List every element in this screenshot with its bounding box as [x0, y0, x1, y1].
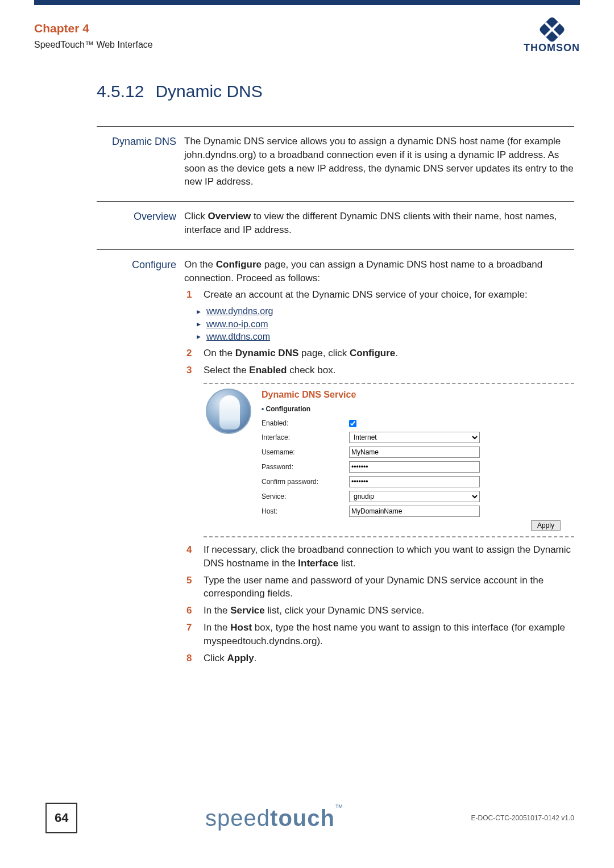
text: On the	[204, 348, 235, 358]
section-heading: 4.5.12 Dynamic DNS	[97, 80, 574, 103]
link-dyndns[interactable]: ▸www.dyndns.org	[197, 305, 574, 318]
logo-light: speed	[205, 806, 270, 831]
field-label: Service:	[262, 492, 347, 502]
text: page, click	[298, 348, 350, 358]
field-label: Enabled:	[262, 419, 347, 428]
field-label: Host:	[262, 507, 347, 516]
step-number: 6	[186, 604, 196, 617]
row-label: Configure	[97, 258, 176, 669]
ddns-form: Dynamic DNS Service Configuration Enable…	[262, 389, 572, 531]
step-number: 8	[186, 652, 196, 665]
step-text: Type the user name and password of your …	[204, 574, 574, 601]
text: .	[254, 653, 257, 663]
row-password: Password:	[262, 461, 572, 473]
row-confirm-password: Confirm password:	[262, 476, 572, 487]
step-number: 7	[186, 621, 196, 648]
link-noip[interactable]: ▸www.no-ip.com	[197, 318, 574, 331]
confirm-password-input[interactable]	[349, 476, 480, 487]
text: If necessary, click the broadband connec…	[204, 544, 571, 569]
chapter-subtitle: SpeedTouch™ Web Interface	[34, 39, 153, 51]
step-text: Create an account at the Dynamic DNS ser…	[204, 288, 574, 302]
section-title: Dynamic DNS	[155, 80, 262, 103]
field-label: Username:	[262, 448, 347, 457]
text: In the	[204, 605, 230, 616]
row-body: On the Configure page, you can assign a …	[184, 258, 574, 669]
row-body: The Dynamic DNS service allows you to as…	[184, 135, 574, 189]
trademark: ™	[335, 803, 343, 812]
thomson-text: THOMSON	[524, 41, 580, 55]
step-text: Select the Enabled check box.	[204, 364, 574, 377]
bold-text: Service	[230, 605, 265, 616]
bold-text: Apply	[227, 653, 254, 663]
step-1: 1 Create an account at the Dynamic DNS s…	[184, 288, 574, 302]
text: On the	[184, 259, 216, 270]
row-interface: Interface: Internet	[262, 432, 572, 443]
step-text: If necessary, click the broadband connec…	[204, 543, 574, 570]
bold-text: Dynamic DNS	[235, 348, 298, 358]
thomson-logo: THOMSON	[524, 20, 580, 55]
text: Click	[184, 211, 208, 222]
ddns-service-icon	[206, 389, 251, 434]
link-dtdns[interactable]: ▸www.dtdns.com	[197, 331, 574, 343]
row-username: Username:	[262, 446, 572, 458]
step-2: 2 On the Dynamic DNS page, click Configu…	[184, 347, 574, 360]
row-overview: Overview Click Overview to view the diff…	[97, 201, 574, 237]
document-id: E-DOC-CTC-20051017-0142 v1.0	[471, 813, 574, 823]
step-number: 3	[186, 364, 196, 377]
row-enabled: Enabled:	[262, 419, 572, 428]
step-7: 7 In the Host box, type the host name yo…	[184, 621, 574, 648]
text: box, type the host name you want to assi…	[204, 622, 565, 646]
row-label: Dynamic DNS	[97, 135, 176, 189]
password-input[interactable]	[349, 461, 480, 473]
step-text: In the Service list, click your Dynamic …	[204, 604, 574, 617]
url-text: www.no-ip.com	[206, 318, 268, 331]
bold-text: Overview	[208, 211, 251, 222]
field-label: Confirm password:	[262, 477, 347, 487]
arrow-icon: ▸	[197, 331, 201, 343]
top-border	[34, 0, 580, 5]
text: Select the	[204, 365, 249, 375]
bold-text: Configure	[350, 348, 395, 358]
text: check box.	[287, 365, 335, 375]
page-header: Chapter 4 SpeedTouch™ Web Interface THOM…	[34, 20, 580, 55]
step-text: Click Apply.	[204, 652, 574, 665]
embedded-screenshot: Dynamic DNS Service Configuration Enable…	[204, 383, 574, 537]
apply-button[interactable]: Apply	[531, 520, 561, 531]
page-number: 64	[45, 803, 77, 834]
step-number: 1	[186, 288, 196, 302]
row-body: Click Overview to view the different Dyn…	[184, 210, 574, 237]
row-service: Service: gnudip	[262, 491, 572, 502]
row-label: Overview	[97, 210, 176, 237]
step-number: 5	[186, 574, 196, 601]
text: In the	[204, 622, 230, 633]
step-5: 5 Type the user name and password of you…	[184, 574, 574, 601]
main-content: 4.5.12 Dynamic DNS Dynamic DNS The Dynam…	[97, 80, 574, 681]
service-select[interactable]: gnudip	[349, 491, 480, 502]
bold-text: Configure	[216, 259, 262, 270]
section-number: 4.5.12	[97, 80, 144, 103]
interface-select[interactable]: Internet	[349, 432, 480, 443]
field-label: Password:	[262, 462, 347, 472]
row-dynamic-dns: Dynamic DNS The Dynamic DNS service allo…	[97, 126, 574, 189]
arrow-icon: ▸	[197, 319, 201, 330]
configuration-label: Configuration	[262, 404, 572, 414]
url-text: www.dyndns.org	[206, 305, 273, 318]
step-number: 2	[186, 347, 196, 360]
host-input[interactable]	[349, 506, 480, 517]
step-8: 8 Click Apply.	[184, 652, 574, 665]
text: .	[395, 348, 398, 358]
bold-text: Interface	[298, 558, 338, 569]
page-footer: 64 speedtouch™ E-DOC-CTC-20051017-0142 v…	[45, 802, 574, 834]
username-input[interactable]	[349, 446, 480, 458]
enabled-checkbox[interactable]	[349, 420, 356, 427]
field-label: Interface:	[262, 433, 347, 443]
logo-bold: touch	[270, 806, 335, 831]
bold-text: Enabled	[249, 365, 287, 375]
arrow-icon: ▸	[197, 306, 201, 318]
row-host: Host:	[262, 506, 572, 517]
form-title: Dynamic DNS Service	[262, 389, 572, 401]
row-configure: Configure On the Configure page, you can…	[97, 249, 574, 669]
bold-text: Host	[230, 622, 252, 633]
step-number: 4	[186, 543, 196, 570]
chapter-title: Chapter 4	[34, 20, 153, 36]
